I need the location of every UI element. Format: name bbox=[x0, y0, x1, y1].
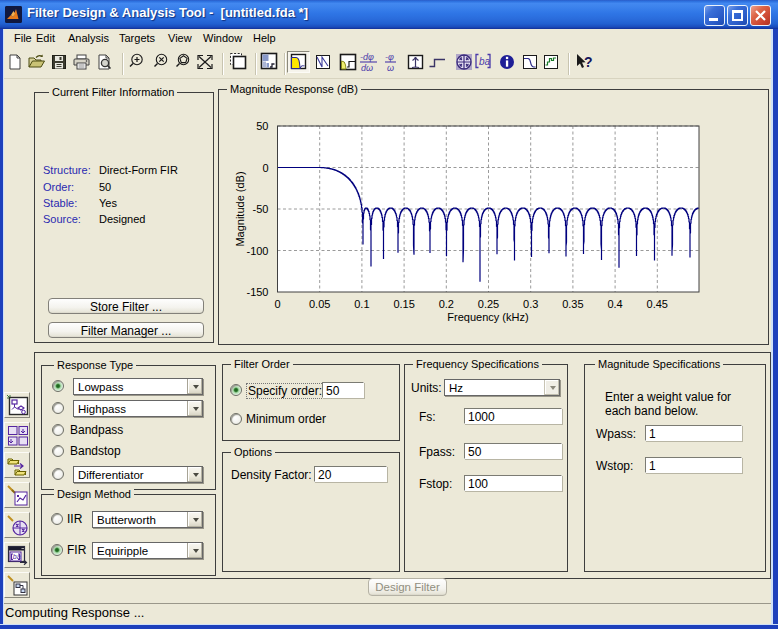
svg-text:0.3: 0.3 bbox=[523, 298, 538, 310]
svg-text:-150: -150 bbox=[246, 286, 268, 298]
svg-text:0: 0 bbox=[262, 162, 268, 174]
svg-text:50: 50 bbox=[256, 120, 268, 132]
svg-text:0.35: 0.35 bbox=[562, 298, 583, 310]
svg-text:0.25: 0.25 bbox=[478, 298, 499, 310]
svg-text:0.15: 0.15 bbox=[393, 298, 414, 310]
svg-text:-100: -100 bbox=[246, 245, 268, 257]
svg-text:ba: ba bbox=[12, 553, 20, 560]
svg-text:0.45: 0.45 bbox=[647, 298, 668, 310]
svg-text:0.2: 0.2 bbox=[439, 298, 454, 310]
svg-text:-50: -50 bbox=[253, 203, 269, 215]
svg-text:0.1: 0.1 bbox=[354, 298, 369, 310]
svg-text:Frequency (kHz): Frequency (kHz) bbox=[447, 311, 528, 323]
svg-text:0.05: 0.05 bbox=[309, 298, 330, 310]
svg-text:0: 0 bbox=[274, 298, 280, 310]
svg-text:Magnitude (dB): Magnitude (dB) bbox=[234, 171, 246, 246]
svg-text:0.4: 0.4 bbox=[607, 298, 622, 310]
